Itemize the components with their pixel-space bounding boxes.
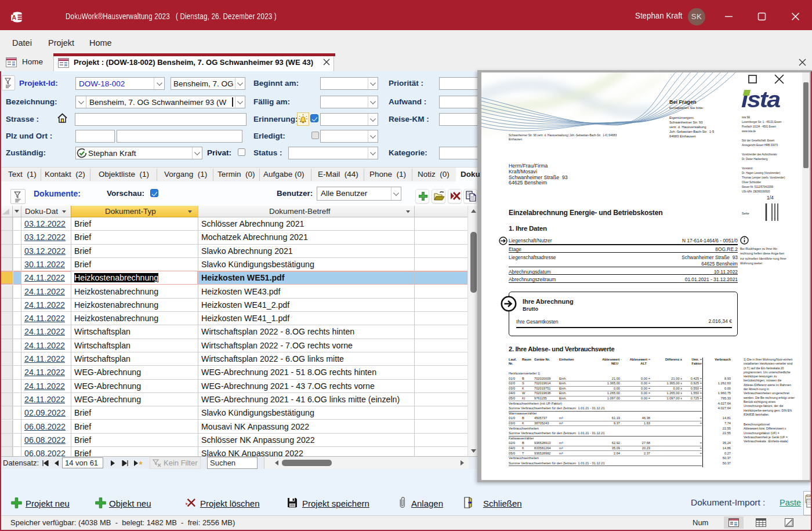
svg-text:A: A (12, 14, 17, 21)
